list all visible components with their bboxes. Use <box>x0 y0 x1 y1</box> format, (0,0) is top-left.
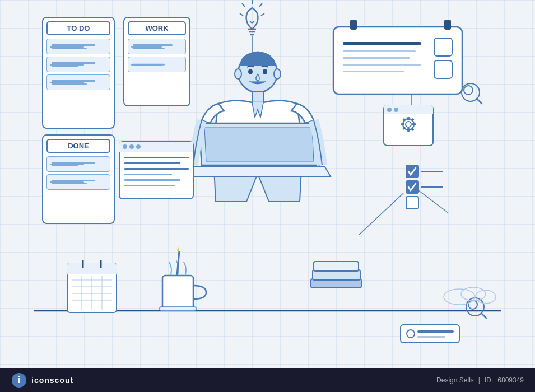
iconscout-logo: i <box>11 372 27 388</box>
bottom-bar-left: i iconscout <box>11 372 73 388</box>
main-container: TO DO WORK <box>0 0 535 392</box>
id-label: ID: <box>485 376 493 384</box>
todo-card-1-lines <box>52 44 95 49</box>
svg-text:i: i <box>18 375 20 385</box>
todo-card-2-lines <box>52 62 95 67</box>
work-board: WORK <box>123 17 190 106</box>
done-card-1-lines <box>52 162 95 166</box>
done-card-1 <box>46 156 110 172</box>
bottom-bar-right: Design Sells | ID: 6809349 <box>436 376 524 384</box>
tagline-text: Design Sells <box>436 376 474 384</box>
id-value: 6809349 <box>497 376 524 384</box>
todo-card-1 <box>46 39 110 54</box>
work-card-1-lines <box>133 44 173 49</box>
todo-board-header: TO DO <box>46 21 110 35</box>
todo-card-3-lines <box>52 80 95 85</box>
done-board-header: DONE <box>46 139 110 153</box>
work-card-1 <box>128 39 186 54</box>
bottom-bar: i iconscout Design Sells | ID: 6809349 <box>0 368 535 392</box>
brand-name: iconscout <box>31 376 73 385</box>
done-card-2-lines <box>52 180 95 184</box>
todo-card-3 <box>46 74 110 90</box>
done-card-2 <box>46 174 110 190</box>
separator: | <box>478 376 480 384</box>
work-board-header: WORK <box>128 21 186 35</box>
work-card-2 <box>128 57 186 72</box>
todo-board: TO DO <box>42 17 115 129</box>
work-card-2-lines <box>133 64 173 66</box>
todo-card-2 <box>46 57 110 72</box>
done-board: DONE <box>42 134 115 224</box>
